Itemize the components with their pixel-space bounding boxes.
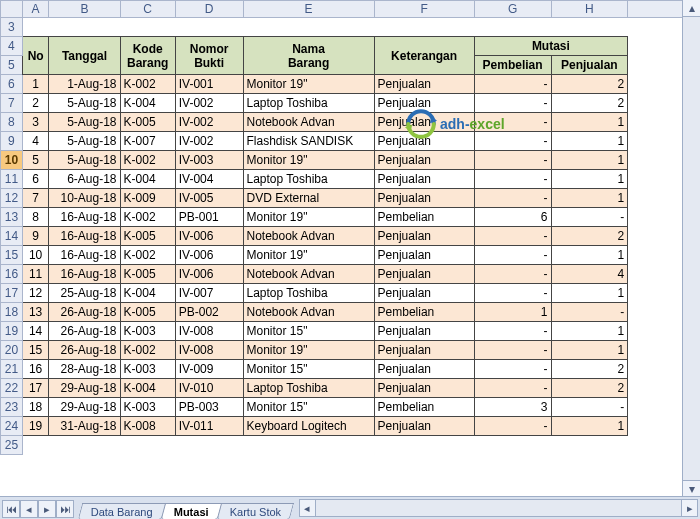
cell-bukti[interactable]: IV-006 — [175, 265, 243, 284]
cell-kode[interactable]: K-002 — [120, 341, 175, 360]
cell-pembelian[interactable]: 3 — [474, 398, 551, 417]
cell-nama[interactable]: Notebook Advan — [243, 113, 374, 132]
cell-bukti[interactable]: IV-002 — [175, 113, 243, 132]
cell-tanggal[interactable]: 28-Aug-18 — [49, 360, 120, 379]
cell-tanggal[interactable]: 16-Aug-18 — [49, 227, 120, 246]
col-header-G[interactable]: G — [474, 1, 551, 18]
cell-pembelian[interactable]: - — [474, 132, 551, 151]
row-header-17[interactable]: 17 — [1, 284, 23, 303]
cell-tanggal[interactable]: 16-Aug-18 — [49, 265, 120, 284]
cell-kode[interactable]: K-004 — [120, 284, 175, 303]
row-header-10[interactable]: 10 — [1, 151, 23, 170]
cell-penjualan[interactable]: 1 — [551, 322, 628, 341]
cell-nama[interactable]: Monitor 15" — [243, 398, 374, 417]
row-header-12[interactable]: 12 — [1, 189, 23, 208]
cell-pembelian[interactable]: - — [474, 94, 551, 113]
cell-tanggal[interactable]: 26-Aug-18 — [49, 341, 120, 360]
cell-no[interactable]: 8 — [22, 208, 49, 227]
sheet-nav-next[interactable]: ▸ — [38, 500, 56, 518]
cell-bukti[interactable]: IV-007 — [175, 284, 243, 303]
cell-nama[interactable]: Monitor 15" — [243, 360, 374, 379]
cell-bukti[interactable]: IV-008 — [175, 322, 243, 341]
cell-no[interactable]: 13 — [22, 303, 49, 322]
cell-pembelian[interactable]: - — [474, 379, 551, 398]
cell-ket[interactable]: Penjualan — [374, 417, 474, 436]
cell-penjualan[interactable]: - — [551, 208, 628, 227]
cell-nama[interactable]: Monitor 19" — [243, 341, 374, 360]
cell-penjualan[interactable]: 2 — [551, 75, 628, 94]
col-header-A[interactable]: A — [22, 1, 49, 18]
cell-tanggal[interactable]: 6-Aug-18 — [49, 170, 120, 189]
cell-ket[interactable]: Penjualan — [374, 189, 474, 208]
cell-no[interactable]: 18 — [22, 398, 49, 417]
cell-kode[interactable]: K-005 — [120, 113, 175, 132]
cell-nama[interactable]: Keyboard Logitech — [243, 417, 374, 436]
cell-ket[interactable]: Penjualan — [374, 75, 474, 94]
row-header-16[interactable]: 16 — [1, 265, 23, 284]
cell-kode[interactable]: K-002 — [120, 208, 175, 227]
row-header-15[interactable]: 15 — [1, 246, 23, 265]
sheet-nav-first[interactable]: ⏮ — [2, 500, 20, 518]
cell-kode[interactable]: K-002 — [120, 151, 175, 170]
cell-penjualan[interactable]: 4 — [551, 265, 628, 284]
row-header-9[interactable]: 9 — [1, 132, 23, 151]
cell-pembelian[interactable]: - — [474, 341, 551, 360]
cell-ket[interactable]: Penjualan — [374, 341, 474, 360]
cell-tanggal[interactable]: 25-Aug-18 — [49, 284, 120, 303]
cell-pembelian[interactable]: - — [474, 113, 551, 132]
col-header-H[interactable]: H — [551, 1, 628, 18]
cell-bukti[interactable]: IV-004 — [175, 170, 243, 189]
cell-nama[interactable]: Monitor 19" — [243, 208, 374, 227]
cell-no[interactable]: 5 — [22, 151, 49, 170]
cell-pembelian[interactable]: - — [474, 170, 551, 189]
cell-bukti[interactable]: PB-003 — [175, 398, 243, 417]
row-header-11[interactable]: 11 — [1, 170, 23, 189]
cell-ket[interactable]: Penjualan — [374, 132, 474, 151]
cell-no[interactable]: 9 — [22, 227, 49, 246]
cell-tanggal[interactable]: 29-Aug-18 — [49, 398, 120, 417]
cell-nama[interactable]: Monitor 19" — [243, 246, 374, 265]
sheet-tab-kartu-stok[interactable]: Kartu Stok — [216, 503, 294, 519]
cell-pembelian[interactable]: - — [474, 322, 551, 341]
cell-kode[interactable]: K-002 — [120, 246, 175, 265]
cell-penjualan[interactable]: 2 — [551, 94, 628, 113]
cell-bukti[interactable]: IV-006 — [175, 246, 243, 265]
cell-nama[interactable]: Laptop Toshiba — [243, 170, 374, 189]
col-header-E[interactable]: E — [243, 1, 374, 18]
cell-no[interactable]: 7 — [22, 189, 49, 208]
cell-ket[interactable]: Penjualan — [374, 170, 474, 189]
cell-ket[interactable]: Penjualan — [374, 246, 474, 265]
cell-no[interactable]: 2 — [22, 94, 49, 113]
cell-no[interactable]: 15 — [22, 341, 49, 360]
cell-kode[interactable]: K-003 — [120, 322, 175, 341]
cell-nama[interactable]: Laptop Toshiba — [243, 379, 374, 398]
cell-pembelian[interactable]: - — [474, 265, 551, 284]
scroll-left-button[interactable]: ◂ — [300, 500, 316, 516]
cell-bukti[interactable]: IV-002 — [175, 132, 243, 151]
cell-nama[interactable]: Laptop Toshiba — [243, 284, 374, 303]
vertical-scrollbar[interactable]: ▴ ▾ — [682, 0, 700, 497]
cell-ket[interactable]: Pembelian — [374, 303, 474, 322]
cell-nama[interactable]: Monitor 15" — [243, 322, 374, 341]
cell-penjualan[interactable]: 1 — [551, 284, 628, 303]
cell-ket[interactable]: Penjualan — [374, 379, 474, 398]
sheet-nav-prev[interactable]: ◂ — [20, 500, 38, 518]
sheet-tab-data-barang[interactable]: Data Barang — [78, 503, 166, 519]
cell-penjualan[interactable]: 1 — [551, 246, 628, 265]
cell-pembelian[interactable]: - — [474, 360, 551, 379]
cell-penjualan[interactable]: 1 — [551, 417, 628, 436]
cell-penjualan[interactable]: 1 — [551, 113, 628, 132]
cell-tanggal[interactable]: 1-Aug-18 — [49, 75, 120, 94]
cell-no[interactable]: 14 — [22, 322, 49, 341]
sheet-nav-last[interactable]: ⏭ — [56, 500, 74, 518]
cell-penjualan[interactable]: - — [551, 303, 628, 322]
cell-kode[interactable]: K-003 — [120, 398, 175, 417]
cell-tanggal[interactable]: 5-Aug-18 — [49, 94, 120, 113]
col-header-D[interactable]: D — [175, 1, 243, 18]
cell-pembelian[interactable]: 1 — [474, 303, 551, 322]
cell-kode[interactable]: K-004 — [120, 170, 175, 189]
cell-penjualan[interactable]: 1 — [551, 151, 628, 170]
row-header-18[interactable]: 18 — [1, 303, 23, 322]
col-header-C[interactable]: C — [120, 1, 175, 18]
cell-nama[interactable]: Monitor 19" — [243, 75, 374, 94]
